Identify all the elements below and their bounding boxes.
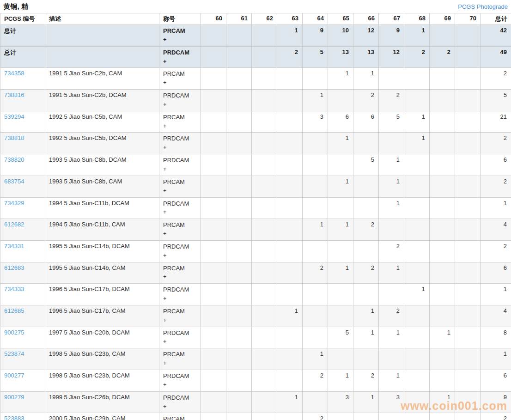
- description-cell: 2000 5 Jiao Sun-C29b, CAM: [45, 413, 159, 420]
- designation-cell: PRCAM +: [159, 305, 201, 327]
- designation-cell: PRDCAM +: [159, 391, 201, 413]
- grade-62-cell: [252, 154, 277, 176]
- grade-61-cell: [226, 90, 252, 111]
- grade-61-cell: [226, 284, 252, 305]
- table-row: 6837541993 5 Jiao Sun-C8b, CAMPRCAM +112: [0, 176, 511, 197]
- grade-64-cell: [303, 197, 328, 219]
- grade-67-cell: [379, 284, 404, 305]
- page-title: 黄铜, 精: [3, 2, 29, 11]
- grade-69-cell: [430, 90, 455, 111]
- pcgs-number-link[interactable]: 738820: [4, 156, 24, 163]
- grade-70-cell: [455, 111, 481, 133]
- designation-cell: PRDCAM +: [159, 90, 201, 111]
- total-cell: 2: [481, 133, 511, 154]
- grade-62-cell: [252, 413, 277, 420]
- grade-60-cell: [201, 284, 226, 305]
- pcgs-number-cell: 738820: [0, 154, 45, 176]
- designation-cell: PRDCAM +: [159, 197, 201, 219]
- pcgs-number-link[interactable]: 523883: [4, 415, 24, 420]
- total-cell: 49: [481, 46, 511, 68]
- grade-63-cell: [277, 370, 303, 392]
- grade-64-cell: 5: [303, 46, 328, 68]
- pcgs-number-cell: 900279: [0, 391, 45, 413]
- grade-60-cell: [201, 111, 226, 133]
- grade-61-cell: [226, 391, 252, 413]
- grade-62-cell: [252, 176, 277, 197]
- grade-64-cell: 2: [303, 370, 328, 392]
- pcgs-number-cell: 523883: [0, 413, 45, 420]
- grade-60-cell: [201, 176, 226, 197]
- total-cell: 1: [481, 197, 511, 219]
- grade-62-cell: [252, 197, 277, 219]
- pcgs-photograde-link[interactable]: PCGS Photograde: [458, 3, 508, 10]
- pcgs-number-link[interactable]: 523874: [4, 350, 24, 357]
- grade-65-cell: 1: [328, 68, 353, 90]
- designation-cell: PRCAM +: [159, 413, 201, 420]
- grade-62-cell: [252, 305, 277, 327]
- grade-69-cell: [430, 305, 455, 327]
- grade-63-cell: [277, 284, 303, 305]
- pcgs-number-cell: 612685: [0, 305, 45, 327]
- grade-70-cell: [455, 46, 481, 68]
- pcgs-number-link[interactable]: 900279: [4, 394, 24, 401]
- grade-67-cell: 1: [379, 176, 404, 197]
- grade-66-cell: [353, 413, 379, 420]
- table-header-row: PCGS 编号描述称号6061626364656667686970总计: [0, 13, 511, 25]
- pcgs-number-link[interactable]: 683754: [4, 178, 24, 185]
- grade-66-cell: [353, 348, 379, 370]
- grade-63-cell: [277, 111, 303, 133]
- col-header-60: 60: [201, 13, 226, 25]
- pcgs-number-link[interactable]: 900277: [4, 372, 24, 379]
- total-cell: 1: [481, 284, 511, 305]
- grade-60-cell: [201, 46, 226, 68]
- grade-69-cell: [430, 133, 455, 154]
- grade-60-cell: [201, 305, 226, 327]
- grade-61-cell: [226, 176, 252, 197]
- description-cell: 1995 5 Jiao Sun-C14b, DCAM: [45, 240, 159, 262]
- grade-61-cell: [226, 348, 252, 370]
- pcgs-number-link[interactable]: 612683: [4, 264, 24, 271]
- grade-65-cell: [328, 305, 353, 327]
- description-cell: 1992 5 Jiao Sun-C5b, CAM: [45, 111, 159, 133]
- pcgs-number-link[interactable]: 612685: [4, 307, 24, 314]
- grade-61-cell: [226, 197, 252, 219]
- grade-64-cell: [303, 391, 328, 413]
- grade-68-cell: [404, 348, 430, 370]
- pcgs-number-link[interactable]: 734333: [4, 286, 24, 292]
- table-row: 9002771998 5 Jiao Sun-C23b, DCAMPRDCAM +…: [0, 370, 511, 392]
- description-cell: 1996 5 Jiao Sun-C17b, CAM: [45, 305, 159, 327]
- col-header-67: 67: [379, 13, 404, 25]
- table-row: 6126851996 5 Jiao Sun-C17b, CAMPRCAM +11…: [0, 305, 511, 327]
- grade-64-cell: 2: [303, 262, 328, 284]
- table-row: 9002751997 5 Jiao Sun-C20b, DCAMPRDCAM +…: [0, 327, 511, 348]
- grade-62-cell: [252, 111, 277, 133]
- grade-69-cell: [430, 111, 455, 133]
- pcgs-number-cell: 539294: [0, 111, 45, 133]
- description-cell: 1994 5 Jiao Sun-C11b, DCAM: [45, 197, 159, 219]
- grade-66-cell: [353, 240, 379, 262]
- pcgs-number-link[interactable]: 900275: [4, 329, 24, 336]
- col-header-64: 64: [303, 13, 328, 25]
- pcgs-number-link[interactable]: 734329: [4, 200, 24, 207]
- grade-64-cell: 2: [303, 413, 328, 420]
- grade-64-cell: [303, 133, 328, 154]
- grade-62-cell: [252, 46, 277, 68]
- pcgs-number-link[interactable]: 738818: [4, 134, 24, 141]
- pcgs-number-cell: 900275: [0, 327, 45, 348]
- grade-68-cell: 1: [404, 111, 430, 133]
- col-header-63: 63: [277, 13, 303, 25]
- grade-67-cell: 1: [379, 197, 404, 219]
- description-cell: 1998 5 Jiao Sun-C23b, DCAM: [45, 370, 159, 392]
- pcgs-number-link[interactable]: 734331: [4, 243, 24, 250]
- col-header-66: 66: [353, 13, 379, 25]
- pcgs-number-link[interactable]: 539294: [4, 113, 24, 120]
- table-row: 6126831995 5 Jiao Sun-C14b, CAMPRCAM +21…: [0, 262, 511, 284]
- pcgs-number-link[interactable]: 738816: [4, 91, 24, 98]
- grade-65-cell: 1: [328, 133, 353, 154]
- pcgs-number-link[interactable]: 734358: [4, 70, 24, 77]
- grade-63-cell: 1: [277, 305, 303, 327]
- grade-61-cell: [226, 413, 252, 420]
- pcgs-number-link[interactable]: 612682: [4, 221, 24, 228]
- grade-61-cell: [226, 219, 252, 241]
- designation-cell: PRCAM +: [159, 68, 201, 90]
